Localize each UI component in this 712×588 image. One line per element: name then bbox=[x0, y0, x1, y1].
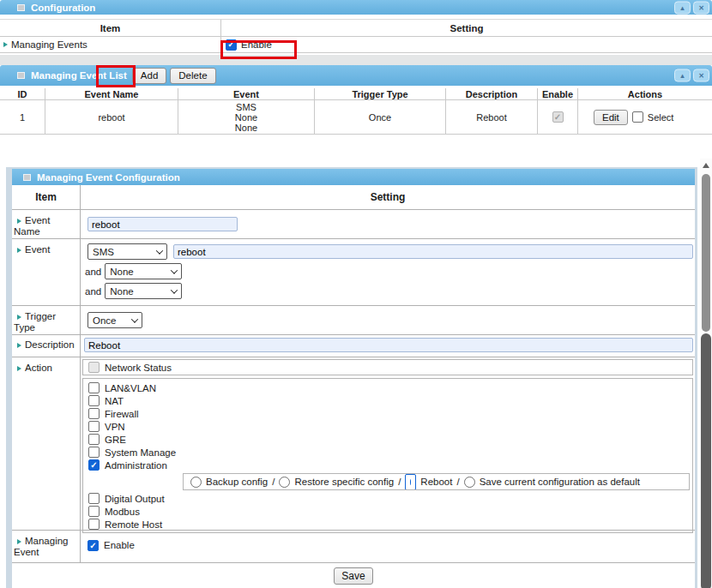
arrow-right-icon bbox=[17, 248, 21, 253]
save-default-label: Save current configuration as default bbox=[480, 477, 640, 487]
column-header-id: ID bbox=[0, 88, 45, 99]
event-value-input[interactable] bbox=[173, 244, 693, 259]
save-default-radio[interactable] bbox=[464, 477, 475, 488]
system-manage-checkbox[interactable] bbox=[88, 447, 100, 458]
chevron-down-icon bbox=[131, 315, 138, 322]
firewall-label: Firewall bbox=[105, 409, 139, 419]
restore-specific-config-radio[interactable] bbox=[279, 477, 290, 488]
close-icon[interactable]: ✕ bbox=[693, 69, 709, 82]
gre-checkbox[interactable] bbox=[88, 434, 100, 445]
radio-separator: / bbox=[456, 477, 459, 487]
reboot-label: Reboot bbox=[420, 477, 452, 487]
arrow-right-icon bbox=[17, 219, 21, 224]
scrollbar-thumb-dark[interactable] bbox=[701, 333, 711, 588]
scroll-up-icon[interactable] bbox=[700, 159, 712, 172]
modbus-checkbox[interactable] bbox=[88, 506, 100, 517]
trigger-type-select[interactable]: Once bbox=[87, 312, 142, 328]
and-label: and bbox=[85, 286, 101, 297]
edit-button[interactable]: Edit bbox=[594, 110, 628, 125]
column-header-actions: Actions bbox=[578, 88, 712, 99]
administration-checkbox[interactable] bbox=[88, 459, 100, 471]
select-checkbox[interactable] bbox=[632, 111, 643, 123]
network-status-checkbox bbox=[88, 362, 100, 373]
event-type-select[interactable]: SMS bbox=[87, 243, 167, 260]
vertical-scrollbar[interactable] bbox=[700, 159, 712, 588]
panel-title: Configuration bbox=[31, 3, 95, 13]
system-manage-label: System Manage bbox=[105, 447, 176, 458]
event-and1-select[interactable]: None bbox=[105, 263, 182, 279]
window-icon bbox=[17, 4, 25, 11]
event-label: Event bbox=[25, 244, 50, 255]
action-row: Action Network Status LAN&VLAN NAT Firew… bbox=[12, 357, 695, 531]
row-description: Reboot bbox=[446, 100, 538, 134]
column-header-setting: Setting bbox=[221, 20, 712, 36]
column-header-trigger-type: Trigger Type bbox=[315, 88, 446, 99]
panel-title: Managing Event List bbox=[31, 70, 127, 81]
managing-events-setting-cell: Enable bbox=[221, 37, 712, 52]
description-input[interactable] bbox=[84, 338, 693, 352]
column-header-item: Item bbox=[0, 20, 221, 36]
row-actions-cell: Edit Select bbox=[578, 100, 712, 134]
save-area: Save bbox=[12, 563, 695, 587]
reboot-radio[interactable] bbox=[405, 474, 416, 490]
lan-vlan-checkbox[interactable] bbox=[88, 382, 100, 393]
action-options-box: LAN&VLAN NAT Firewall VPN GRE System Man… bbox=[82, 378, 693, 533]
config-table-header: Item Setting bbox=[12, 185, 695, 210]
event-type-selected: SMS bbox=[93, 247, 114, 257]
action-label: Action bbox=[25, 363, 52, 373]
scrollbar-thumb[interactable] bbox=[702, 174, 710, 332]
save-button[interactable]: Save bbox=[334, 567, 372, 585]
enable-label: Enable bbox=[241, 39, 272, 50]
collapse-icon[interactable]: ▴ bbox=[674, 1, 691, 14]
restore-specific-config-label: Restore specific config bbox=[294, 477, 394, 487]
add-button[interactable]: Add bbox=[132, 68, 166, 84]
row-trigger-type: Once bbox=[315, 100, 446, 134]
remote-host-checkbox[interactable] bbox=[88, 519, 100, 530]
event-and1-selected: None bbox=[110, 267, 134, 277]
configuration-panel-header: Configuration ▴ ✕ bbox=[0, 0, 712, 15]
row-id: 1 bbox=[0, 100, 45, 134]
backup-config-radio[interactable] bbox=[190, 477, 202, 488]
managing-events-enable-checkbox[interactable] bbox=[226, 39, 237, 51]
managing-event-enable-checkbox[interactable] bbox=[87, 540, 99, 551]
event-name-setting-cell bbox=[81, 210, 695, 238]
administration-radio-group: Backup config / Restore specific config … bbox=[183, 473, 690, 490]
network-status-label: Network Status bbox=[105, 363, 172, 373]
managing-events-item-cell: Managing Events bbox=[0, 37, 221, 52]
modbus-label: Modbus bbox=[105, 507, 140, 517]
digital-output-checkbox[interactable] bbox=[88, 493, 100, 504]
managing-events-row: Managing Events Enable bbox=[0, 37, 712, 53]
event-name-item-cell: Event Name bbox=[12, 210, 81, 238]
event-and2-select[interactable]: None bbox=[105, 283, 182, 299]
trigger-type-item-cell: Trigger Type bbox=[12, 306, 81, 334]
remote-host-label: Remote Host bbox=[105, 519, 162, 530]
delete-button[interactable]: Delete bbox=[170, 68, 215, 84]
arrow-right-icon bbox=[17, 315, 21, 320]
chevron-down-icon bbox=[171, 267, 178, 273]
digital-output-label: Digital Output bbox=[105, 494, 165, 504]
event-name-input[interactable] bbox=[87, 217, 238, 231]
event-item-cell: Event bbox=[12, 239, 81, 305]
event-list-table-header: ID Event Name Event Trigger Type Descrip… bbox=[0, 88, 712, 100]
column-header-enable: Enable bbox=[538, 88, 578, 99]
table-row: 1 reboot SMS None None Once Reboot Edit … bbox=[0, 100, 712, 135]
administration-label: Administration bbox=[105, 460, 167, 471]
managing-events-label: Managing Events bbox=[11, 39, 87, 50]
event-and2-selected: None bbox=[110, 286, 134, 297]
radio-separator: / bbox=[398, 477, 401, 487]
backup-config-label: Backup config bbox=[206, 477, 268, 487]
arrow-right-icon bbox=[17, 343, 21, 348]
arrow-right-icon bbox=[17, 366, 21, 371]
managing-event-configuration-panel: Managing Event Configuration Item Settin… bbox=[6, 167, 697, 588]
managing-event-list-header: Managing Event List Add Delete ▴ ✕ bbox=[0, 65, 712, 86]
event-list-table: ID Event Name Event Trigger Type Descrip… bbox=[0, 88, 712, 135]
chevron-down-icon bbox=[156, 247, 163, 254]
description-setting-cell bbox=[81, 335, 695, 357]
collapse-icon[interactable]: ▴ bbox=[674, 69, 691, 82]
close-icon[interactable]: ✕ bbox=[693, 1, 709, 14]
firewall-checkbox[interactable] bbox=[88, 408, 100, 419]
vpn-checkbox[interactable] bbox=[88, 421, 100, 432]
managing-event-configuration-header: Managing Event Configuration bbox=[12, 169, 695, 185]
arrow-right-icon bbox=[3, 42, 8, 47]
nat-checkbox[interactable] bbox=[88, 395, 100, 406]
